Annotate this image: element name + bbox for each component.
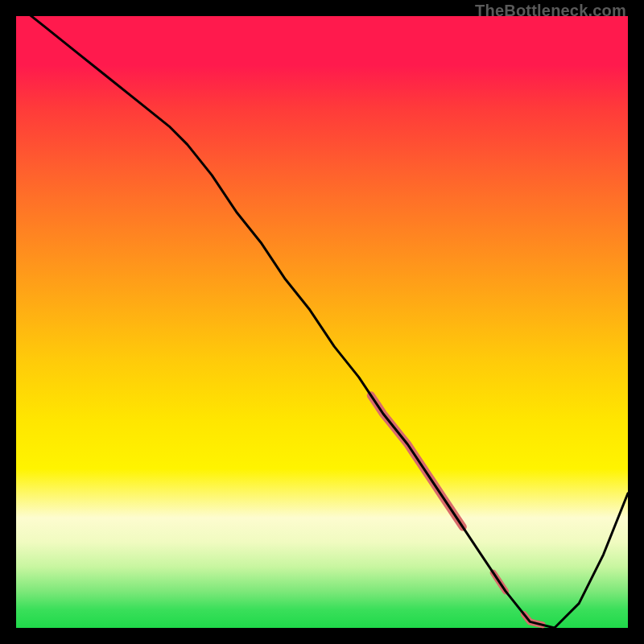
chart-svg — [16, 16, 628, 628]
watermark-text: TheBottleneck.com — [475, 2, 626, 20]
chart-frame: TheBottleneck.com — [16, 16, 628, 628]
bottleneck-curve — [16, 4, 628, 628]
